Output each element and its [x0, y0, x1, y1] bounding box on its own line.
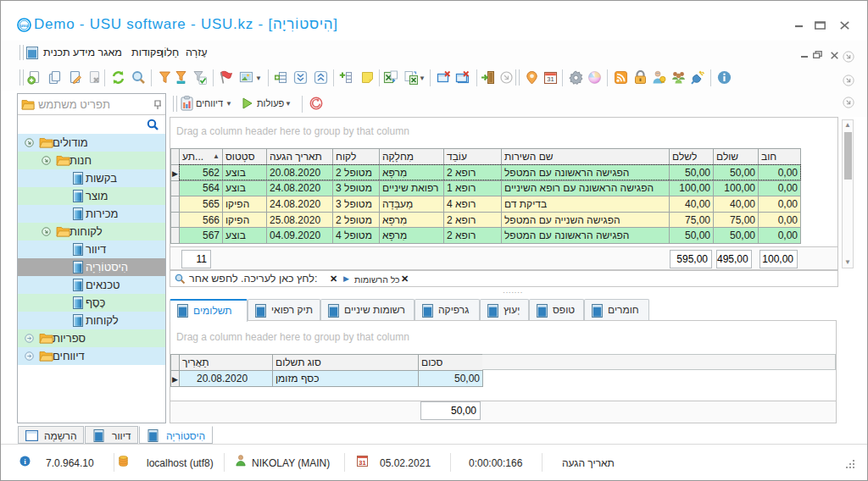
- svg-text:usu: usu: [20, 23, 28, 28]
- svg-text:31: 31: [359, 459, 365, 467]
- svg-text:31: 31: [547, 75, 554, 83]
